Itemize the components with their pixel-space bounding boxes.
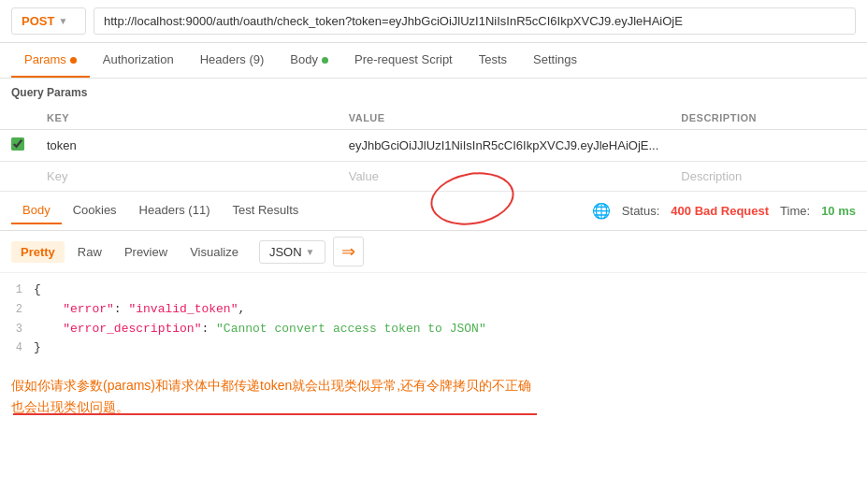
params-table: KEY VALUE DESCRIPTION token eyJhbGciOiJJ… bbox=[0, 107, 867, 192]
method-chevron: ▼ bbox=[58, 16, 67, 26]
method-value: POST bbox=[22, 14, 54, 28]
code-line-4: 4 } bbox=[0, 338, 867, 358]
wrap-button[interactable]: ⇒ bbox=[333, 237, 364, 266]
tab-body[interactable]: Body bbox=[277, 43, 341, 78]
new-param-row: Key Value Description bbox=[0, 162, 867, 192]
value-column-header: VALUE bbox=[338, 107, 671, 130]
rtab-test-results[interactable]: Test Results bbox=[221, 197, 310, 224]
param-desc-cell[interactable] bbox=[670, 130, 867, 162]
tab-prerequest[interactable]: Pre-request Script bbox=[341, 43, 466, 78]
code-line-2: 2 "error": "invalid_token", bbox=[0, 300, 867, 320]
param-value-cell[interactable]: eyJhbGciOiJJlUzI1NiIsInR5cCI6IkpXVCJ9.ey… bbox=[338, 130, 671, 162]
status-area: 🌐 Status: 400 Bad Request Time: 10 ms bbox=[592, 202, 856, 220]
new-desc-input[interactable]: Description bbox=[670, 162, 867, 192]
status-label: Status: bbox=[622, 204, 659, 218]
preview-button[interactable]: Preview bbox=[115, 241, 177, 263]
method-select[interactable]: POST ▼ bbox=[11, 7, 86, 35]
time-value: 10 ms bbox=[821, 204, 856, 218]
tab-params[interactable]: Params bbox=[11, 43, 90, 78]
key-column-header: KEY bbox=[36, 107, 338, 130]
annotation-text: 假如你请求参数(params)和请求体中都传递token就会出现类似异常,还有令… bbox=[0, 366, 867, 423]
status-value: 400 Bad Request bbox=[671, 204, 769, 218]
query-params-title: Query Params bbox=[0, 79, 867, 107]
params-dot bbox=[70, 57, 77, 64]
tab-authorization[interactable]: Authorization bbox=[90, 43, 187, 78]
rtab-cookies[interactable]: Cookies bbox=[62, 197, 128, 224]
visualize-button[interactable]: Visualize bbox=[181, 241, 248, 263]
code-line-1: 1 { bbox=[0, 281, 867, 300]
raw-button[interactable]: Raw bbox=[68, 241, 111, 263]
pretty-button[interactable]: Pretty bbox=[11, 241, 65, 263]
code-line-3: 3 "error_description": "Cannot convert a… bbox=[0, 320, 867, 339]
format-bar: Pretty Raw Preview Visualize JSON ▼ ⇒ bbox=[0, 231, 867, 273]
table-row: token eyJhbGciOiJJlUzI1NiIsInR5cCI6IkpXV… bbox=[0, 130, 867, 162]
new-key-input[interactable]: Key bbox=[36, 162, 338, 192]
desc-column-header: DESCRIPTION bbox=[670, 107, 867, 130]
rtab-body[interactable]: Body bbox=[11, 197, 62, 224]
tab-settings[interactable]: Settings bbox=[520, 43, 590, 78]
code-area: 1 { 2 "error": "invalid_token", 3 "error… bbox=[0, 273, 867, 366]
param-key-cell[interactable]: token bbox=[36, 130, 338, 162]
wrap-icon: ⇒ bbox=[341, 242, 355, 261]
format-select[interactable]: JSON ▼ bbox=[259, 240, 325, 264]
row-checkbox[interactable] bbox=[11, 137, 24, 151]
format-chevron: ▼ bbox=[306, 247, 315, 257]
rtab-headers[interactable]: Headers (11) bbox=[128, 197, 222, 224]
request-tabs: Params Authorization Headers (9) Body Pr… bbox=[0, 43, 867, 79]
tab-headers[interactable]: Headers (9) bbox=[187, 43, 278, 78]
body-dot bbox=[322, 57, 328, 64]
time-label: Time: bbox=[780, 204, 810, 218]
new-value-input[interactable]: Value bbox=[338, 162, 671, 192]
response-tabs: Body Cookies Headers (11) Test Results 🌐… bbox=[0, 192, 867, 231]
tab-tests[interactable]: Tests bbox=[466, 43, 520, 78]
globe-icon: 🌐 bbox=[592, 202, 611, 220]
url-input[interactable] bbox=[94, 7, 856, 35]
url-bar: POST ▼ bbox=[0, 0, 867, 43]
